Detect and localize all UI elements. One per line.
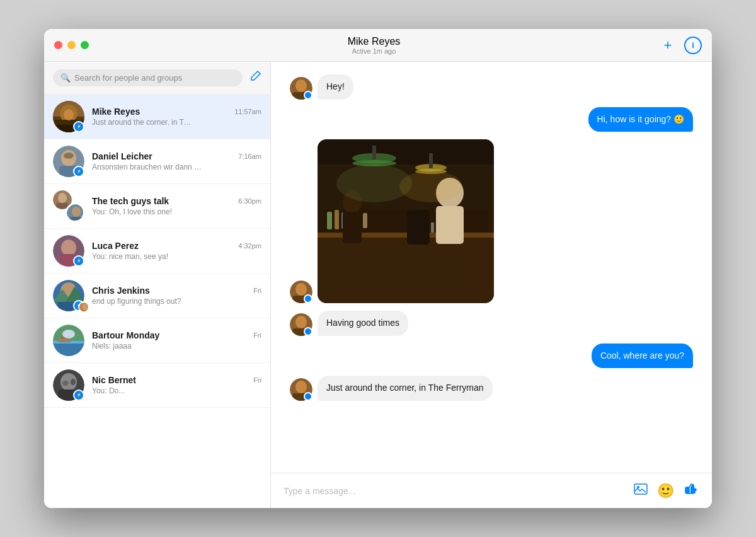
title-bar-actions: + i (659, 37, 702, 54)
conv-time-chris: Fri (253, 287, 261, 294)
conv-item-mike-reyes[interactable]: ⚡ Mike Reyes 11:57am Just around the cor… (44, 95, 270, 139)
message-row-3 (290, 139, 693, 303)
svg-point-37 (62, 381, 69, 386)
sidebar-header: 🔍 (44, 62, 270, 95)
avatar-wrap-daniel: ⚡ (53, 146, 84, 177)
main-content: 🔍 (44, 62, 712, 508)
svg-rect-27 (81, 310, 89, 313)
conv-name-nic: Nic Bernet (92, 375, 136, 385)
conv-name-daniel: Daniel Leicher (92, 151, 152, 161)
info-button[interactable]: i (684, 37, 702, 54)
nic-badge: ⚡ (73, 390, 84, 401)
compose-icon[interactable] (249, 70, 261, 86)
avatar-wrap-nic: ⚡ (53, 369, 84, 401)
svg-rect-15 (70, 217, 83, 222)
svg-rect-32 (58, 338, 71, 342)
conv-time-mike: 11:57am (234, 108, 261, 115)
search-input[interactable] (74, 73, 235, 83)
svg-point-9 (64, 153, 74, 159)
avatar-bartour (53, 325, 84, 356)
conv-info-mike: Mike Reyes 11:57am Just around the corne… (92, 107, 261, 127)
conv-item-techguys[interactable]: The tech guys talk 6:30pm You: Oh, I lov… (44, 184, 270, 229)
msg-bubble-6: Just around the corner, in The Ferryman (318, 376, 493, 401)
traffic-lights (54, 41, 89, 49)
svg-point-73 (399, 171, 462, 202)
emoji-icon[interactable]: 🙂 (657, 483, 674, 499)
svg-point-38 (71, 379, 76, 385)
message-row-5: Cool, where are you? (290, 344, 693, 369)
conv-info-nic: Nic Bernet Fri You: Do... (92, 375, 261, 395)
avatar-wrap-mike: ⚡ (53, 101, 84, 132)
conv-item-daniel[interactable]: ⚡ Daniel Leicher 7:16am Ansonsten brauch… (44, 139, 270, 184)
message-row-1: Hey! (290, 74, 693, 100)
header-contact-name: Mike Reyes (348, 36, 401, 47)
msg-status-dot-1 (304, 91, 312, 100)
svg-point-11 (58, 193, 67, 203)
avatar-wrap-luca: ⚡ (53, 235, 84, 267)
msg-status-dot-3 (304, 294, 312, 303)
svg-point-40 (295, 79, 307, 92)
msg-image (318, 139, 494, 303)
sidebar: 🔍 (44, 62, 271, 508)
msg-bubble-4: Having good times (318, 311, 408, 336)
message-row-2: Hi, how is it going? 🙂 (290, 107, 693, 132)
conv-time-bartour: Fri (253, 332, 261, 339)
group-avatar-techguys (53, 190, 84, 222)
conv-info-luca: Luca Perez 4:32pm You: nice man, see ya! (92, 241, 261, 261)
conv-name-bartour: Bartour Monday (92, 330, 159, 340)
search-bar[interactable]: 🔍 (53, 69, 243, 86)
message-row-6: Just around the corner, in The Ferryman (290, 376, 693, 401)
app-window: Mike Reyes Active 1m ago + i 🔍 (44, 29, 712, 508)
conv-preview-bartour: Niels: jaaaa (92, 342, 261, 350)
svg-point-4 (64, 109, 74, 120)
mike-badge: ⚡ (73, 121, 84, 132)
svg-point-26 (83, 304, 88, 310)
search-icon: 🔍 (60, 73, 71, 83)
group-avatar-2 (66, 203, 84, 222)
conv-item-luca[interactable]: ⚡ Luca Perez 4:32pm You: nice man, see y… (44, 229, 270, 274)
conv-info-daniel: Daniel Leicher 7:16am Ansonsten brauchen… (92, 151, 261, 171)
conv-preview-luca: You: nice man, see ya! (92, 252, 261, 261)
avatar-wrap-bartour (53, 325, 84, 356)
like-icon[interactable] (683, 481, 699, 500)
maximize-button[interactable] (81, 41, 89, 49)
svg-point-14 (72, 207, 81, 217)
new-message-button[interactable]: + (659, 37, 677, 54)
conv-preview-nic: You: Do... (92, 386, 261, 395)
svg-rect-29 (53, 342, 84, 356)
svg-point-78 (295, 381, 307, 393)
conv-time-techguys: 6:30pm (238, 197, 261, 205)
avatar-wrap-techguys (53, 190, 84, 222)
msg-avatar-wrap-3 (290, 280, 312, 303)
msg-bubble-5: Cool, where are you? (592, 344, 693, 369)
conv-item-chris[interactable]: ⚡ Chris Jenkins (44, 274, 270, 318)
daniel-badge: ⚡ (73, 166, 84, 177)
svg-rect-71 (318, 139, 494, 303)
svg-rect-19 (62, 254, 76, 257)
conv-name-luca: Luca Perez (92, 241, 139, 251)
chat-area: Hey! Hi, how is it going? 🙂 (271, 62, 712, 508)
conv-name-mike: Mike Reyes (92, 107, 140, 117)
svg-point-43 (295, 283, 307, 296)
compose-svg (249, 70, 261, 83)
conv-item-bartour[interactable]: Bartour Monday Fri Niels: jaaaa (44, 318, 270, 363)
conv-preview-chris: end up figuring things out? (92, 297, 261, 306)
svg-point-17 (61, 240, 76, 256)
chat-messages: Hey! Hi, how is it going? 🙂 (271, 62, 712, 473)
close-button[interactable] (54, 41, 62, 49)
conv-time-daniel: 7:16am (238, 153, 261, 160)
msg-bubble-2: Hi, how is it going? 🙂 (588, 107, 693, 132)
svg-point-75 (295, 316, 307, 328)
conv-item-nic[interactable]: ⚡ Nic Bernet Fri You: Do... (44, 363, 270, 408)
conv-name-chris: Chris Jenkins (92, 286, 150, 296)
msg-status-dot-6 (304, 392, 312, 401)
title-bar: Mike Reyes Active 1m ago + i (44, 29, 712, 62)
msg-avatar-wrap-1 (290, 77, 312, 100)
message-input[interactable] (284, 486, 624, 496)
msg-bubble-1: Hey! (318, 74, 353, 100)
minimize-button[interactable] (67, 41, 76, 49)
conv-time-nic: Fri (253, 376, 261, 384)
image-attach-icon[interactable] (633, 482, 648, 500)
avatar-wrap-chris: ⚡ (53, 280, 84, 311)
chat-input-area: 🙂 (271, 473, 712, 508)
